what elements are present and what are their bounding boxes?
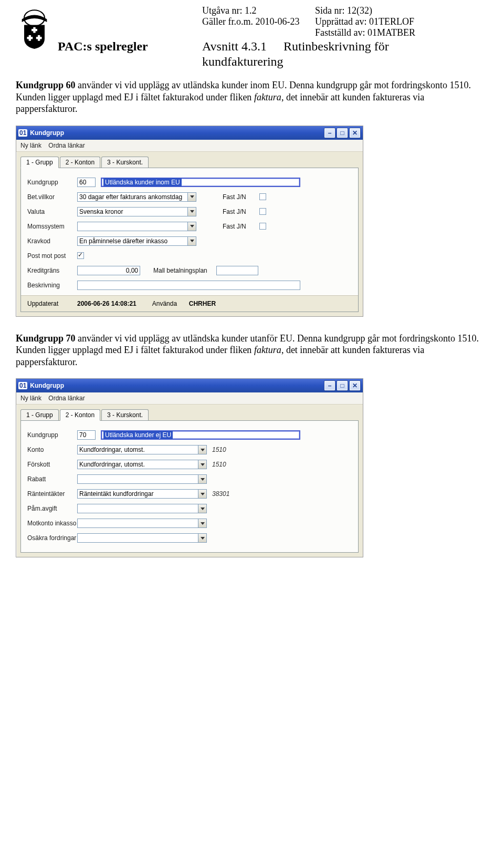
minimize-button[interactable]: – [324, 128, 335, 138]
tab-grupp[interactable]: 1 - Grupp [20, 409, 59, 421]
fastjn-checkbox-1[interactable] [259, 193, 266, 200]
dropdown-icon[interactable] [198, 504, 207, 513]
kundgrupp-window-2: 01 Kundgrupp – □ ✕ Ny länk Ordna länkar … [16, 378, 363, 557]
fastjn-checkbox-3[interactable] [259, 223, 266, 230]
mallbet-input[interactable] [216, 266, 258, 275]
maximize-button[interactable]: □ [337, 380, 348, 391]
forskott-dropdown[interactable]: Kundfordringar, utomst. [77, 460, 207, 469]
motkonto-dropdown[interactable] [77, 519, 207, 528]
label-konto: Konto [27, 446, 77, 453]
momssystem-dropdown[interactable] [77, 222, 196, 231]
menubar: Ny länk Ordna länkar [16, 392, 363, 405]
betvillkor-value: 30 dagar efter fakturans ankomstdag [77, 192, 187, 202]
kreditgrans-input[interactable]: 0,00 [77, 266, 140, 275]
tab-konton[interactable]: 2 - Konton [60, 157, 100, 168]
dropdown-icon[interactable] [198, 489, 207, 499]
konto-dropdown[interactable]: Kundfordringar, utomst. [77, 445, 207, 454]
dropdown-icon[interactable] [187, 222, 196, 231]
menu-new-link[interactable]: Ny länk [20, 395, 41, 402]
label-uppdaterat: Uppdaterat [27, 300, 77, 307]
kundgrupp-name-selection: Utländska kunder inom EU [103, 178, 182, 187]
version-label: Utgåva nr: 1.2 [202, 5, 315, 16]
para-70-lead: Kundgrupp 70 [16, 333, 76, 344]
label-betvillkor: Bet.villkor [27, 193, 77, 201]
label-beskrivning: Beskrivning [27, 282, 77, 289]
ranta-dropdown[interactable]: Ränteintäkt kundfordringar [77, 489, 207, 499]
label-valuta: Valuta [27, 208, 77, 215]
kundgrupp-code-input[interactable]: 70 [77, 430, 96, 440]
label-momssystem: Momssystem [27, 223, 77, 230]
section-title-line1: Rutinbeskrivning för [284, 39, 488, 54]
doc-title: PAC:s spelregler [58, 39, 202, 54]
tab-grupp[interactable]: 1 - Grupp [20, 157, 59, 168]
dropdown-icon[interactable] [187, 236, 196, 246]
svg-rect-6 [36, 37, 41, 39]
osakra-dropdown[interactable] [77, 533, 207, 543]
betvillkor-dropdown[interactable]: 30 dagar efter fakturans ankomstdag [77, 192, 196, 202]
para-60-body2: Kunden ligger upplagd med EJ i fältet fa… [16, 92, 254, 102]
tab-konton[interactable]: 2 - Konton [60, 409, 100, 421]
close-button[interactable]: ✕ [349, 128, 361, 138]
page-number: Sida nr: 12(32) [315, 5, 488, 16]
para-60: Kundgrupp 60 använder vi vid upplägg av … [16, 79, 488, 115]
motkonto-value [77, 519, 198, 528]
titlebar[interactable]: 01 Kundgrupp – □ ✕ [16, 379, 363, 392]
menu-organize-links[interactable]: Ordna länkar [48, 395, 85, 402]
titlebar[interactable]: 01 Kundgrupp – □ ✕ [16, 126, 363, 140]
para-70: Kundgrupp 70 använder vi vid upplägg av … [16, 333, 488, 368]
postmotpost-checkbox[interactable] [77, 252, 84, 259]
window-title: Kundgrupp [30, 382, 324, 389]
para-60-lead: Kundgrupp 60 [16, 80, 76, 90]
label-fastjn-2: Fast J/N [223, 208, 259, 215]
label-pamavgift: Påm.avgift [27, 505, 77, 512]
pamavgift-dropdown[interactable] [77, 504, 207, 513]
tab-bar: 1 - Grupp 2 - Konton 3 - Kurskont. [16, 405, 363, 420]
label-postmotpost: Post mot post [27, 252, 77, 260]
tab-body-konton: Kundgrupp 70 Utländska kunder ej EU Kont… [20, 420, 359, 553]
crest-icon [16, 5, 52, 53]
dropdown-icon[interactable] [198, 533, 207, 543]
uppdaterat-value: 2006-06-26 14:08:21 [77, 300, 136, 307]
forskott-number: 1510 [212, 461, 226, 468]
dropdown-icon[interactable] [198, 460, 207, 469]
svg-rect-4 [27, 37, 33, 39]
tab-body-grupp: Kundgrupp 60 Utländska kunder inom EU Be… [20, 168, 359, 312]
tab-kurskont[interactable]: 3 - Kurskont. [101, 409, 149, 421]
kundgrupp-code-input[interactable]: 60 [77, 178, 96, 187]
menubar: Ny länk Ordna länkar [16, 140, 363, 152]
dropdown-icon[interactable] [187, 207, 196, 216]
tab-kurskont[interactable]: 3 - Kurskont. [101, 157, 149, 168]
maximize-button[interactable]: □ [337, 128, 348, 138]
ranta-value: Ränteintäkt kundfordringar [77, 489, 198, 499]
kravkod-dropdown[interactable]: En påminnelse därefter inkasso [77, 236, 196, 246]
forskott-value: Kundfordringar, utomst. [77, 460, 198, 469]
label-ranta: Ränteintäkter [27, 490, 77, 498]
konto-number: 1510 [212, 446, 226, 453]
section-number: Avsnitt 4.3.1 [202, 39, 284, 54]
kundgrupp-name-input[interactable]: Utländska kunder inom EU [101, 178, 300, 187]
dropdown-icon[interactable] [187, 192, 196, 202]
approved-by: Fastställd av: 01MATBER [315, 27, 488, 38]
footer-bar: Uppdaterat 2006-06-26 14:08:21 Använda C… [21, 295, 358, 312]
kravkod-value: En påminnelse därefter inkasso [77, 236, 187, 246]
window-title: Kundgrupp [30, 129, 324, 137]
menu-new-link[interactable]: Ny länk [20, 142, 41, 149]
dropdown-icon[interactable] [198, 445, 207, 454]
label-kravkod: Kravkod [27, 237, 77, 245]
rabatt-dropdown[interactable] [77, 474, 207, 484]
kundgrupp-name-input[interactable]: Utländska kunder ej EU [101, 430, 300, 440]
fastjn-checkbox-2[interactable] [259, 208, 266, 215]
label-kreditgrans: Kreditgräns [27, 267, 77, 274]
label-mallbet: Mall betalningsplan [153, 267, 216, 274]
app-badge: 01 [18, 129, 27, 137]
para-70-body1: använder vi vid upplägg av utländska kun… [76, 333, 479, 344]
label-fastjn-3: Fast J/N [223, 223, 259, 230]
dropdown-icon[interactable] [198, 474, 207, 484]
minimize-button[interactable]: – [324, 380, 335, 391]
menu-organize-links[interactable]: Ordna länkar [48, 142, 85, 149]
beskrivning-input[interactable] [77, 281, 300, 290]
close-button[interactable]: ✕ [349, 380, 361, 391]
para-70-body2: Kunden ligger upplagd med EJ i fältet fa… [16, 345, 254, 355]
dropdown-icon[interactable] [198, 519, 207, 528]
valuta-dropdown[interactable]: Svenska kronor [77, 207, 196, 216]
